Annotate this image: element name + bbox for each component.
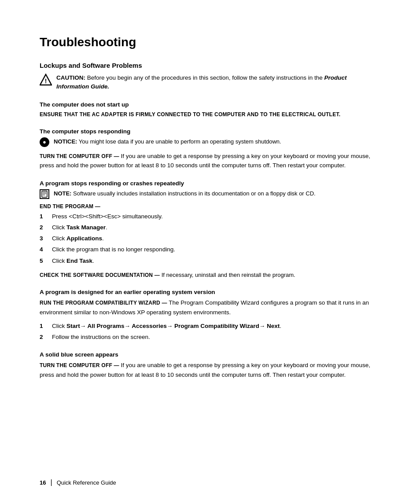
step-text: Click End Task.: [52, 257, 380, 265]
blue-screen-heading: A solid blue screen appears: [40, 351, 380, 358]
step-number: 3: [40, 234, 52, 243]
step-number: 5: [40, 257, 52, 265]
caution-italic: Product Information Guide.: [56, 74, 347, 90]
step-number: 1: [40, 322, 52, 331]
blue-screen-subsection: A solid blue screen appears Turn the com…: [40, 351, 380, 379]
caution-icon: !: [40, 74, 52, 88]
blue-screen-body: Turn the computer off — If you are unabl…: [40, 361, 380, 379]
check-text: If necessary, uninstall and then reinsta…: [162, 272, 295, 278]
list-item: 3 Click Applications.: [40, 234, 380, 243]
notice-icon: ●: [40, 137, 49, 147]
list-item: 1 Press <Ctrl><Shift><Esc> simultaneousl…: [40, 212, 380, 221]
step-number: 2: [40, 333, 52, 342]
footer-page-number: 16: [40, 479, 46, 486]
notice-text: NOTICE: You might lose data if you are u…: [54, 137, 281, 146]
turn-off-command: Turn the computer off —: [40, 153, 121, 159]
wizard-command: Run the Program Compatibility Wizard —: [40, 300, 167, 306]
footer-guide-title: Quick Reference Guide: [57, 479, 116, 486]
notice-box: ● NOTICE: You might lose data if you are…: [40, 137, 380, 147]
check-label: Check the software documentation: [40, 272, 153, 278]
earlier-os-subsection: A program is designed for an earlier ope…: [40, 289, 380, 342]
list-item: 2 Click Task Manager.: [40, 223, 380, 232]
not-start-subsection: The computer does not start up Ensure th…: [40, 101, 380, 118]
not-start-instruction: Ensure that the AC adapter is firmly con…: [40, 110, 380, 118]
list-item: 2 Follow the instructions on the screen.: [40, 333, 380, 342]
list-item: 4 Click the program that is no longer re…: [40, 245, 380, 254]
end-program-steps: 1 Press <Ctrl><Shift><Esc> simultaneousl…: [40, 212, 380, 265]
note-body: Software usually includes installation i…: [73, 190, 316, 197]
page-title: Troubleshooting: [40, 35, 380, 49]
notice-label: NOTICE:: [54, 138, 77, 145]
step-number: 1: [40, 212, 52, 221]
earlier-os-heading: A program is designed for an earlier ope…: [40, 289, 380, 295]
step-text: Click Start→ All Programs→ Accessories→ …: [52, 322, 380, 331]
note-icon: [40, 189, 49, 199]
note-text: NOTE: Software usually includes installa…: [54, 189, 316, 198]
notice-body: You might lose data if you are unable to…: [79, 138, 281, 145]
program-crashes-subsection: A program stops responding or crashes re…: [40, 180, 380, 280]
step-text: Press <Ctrl><Shift><Esc> simultaneously.: [52, 212, 380, 221]
step-text: Click the program that is no longer resp…: [52, 245, 380, 254]
step-text: Click Task Manager.: [52, 223, 380, 232]
wizard-intro: Run the Program Compatibility Wizard — T…: [40, 298, 380, 317]
lockups-section: Lockups and Software Problems ! CAUTION:…: [40, 62, 380, 379]
svg-rect-2: [42, 191, 47, 197]
stops-responding-subsection: The computer stops responding ● NOTICE: …: [40, 128, 380, 170]
footer-separator: |: [50, 478, 52, 486]
step-number: 4: [40, 245, 52, 254]
step-number: 2: [40, 223, 52, 232]
note-box: NOTE: Software usually includes installa…: [40, 189, 380, 199]
caution-body: Before you begin any of the procedures i…: [56, 74, 347, 90]
wizard-steps: 1 Click Start→ All Programs→ Accessories…: [40, 322, 380, 342]
caution-text: CAUTION: Before you begin any of the pro…: [56, 74, 380, 92]
note-label: NOTE:: [54, 190, 71, 197]
section-heading: Lockups and Software Problems: [40, 62, 380, 69]
step-text: Follow the instructions on the screen.: [52, 333, 380, 342]
blue-screen-command: Turn the computer off —: [40, 362, 121, 368]
list-item: 5 Click End Task.: [40, 257, 380, 265]
step-text: Click Applications.: [52, 234, 380, 243]
not-start-heading: The computer does not start up: [40, 101, 380, 108]
stops-responding-body: Turn the computer off — If you are unabl…: [40, 151, 380, 170]
svg-text:!: !: [45, 77, 47, 85]
page: Troubleshooting Lockups and Software Pro…: [0, 0, 420, 504]
end-program-command: End the program —: [40, 203, 380, 210]
stops-responding-heading: The computer stops responding: [40, 128, 380, 135]
check-dash: —: [155, 272, 160, 278]
footer: 16 | Quick Reference Guide: [40, 478, 380, 486]
caution-box: ! CAUTION: Before you begin any of the p…: [40, 74, 380, 92]
caution-label: CAUTION:: [56, 74, 85, 81]
list-item: 1 Click Start→ All Programs→ Accessories…: [40, 322, 380, 331]
check-software-line: Check the software documentation — If ne…: [40, 271, 380, 280]
program-crashes-heading: A program stops responding or crashes re…: [40, 180, 380, 187]
